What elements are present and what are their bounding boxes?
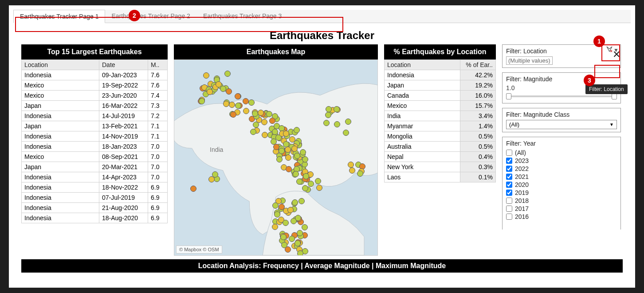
table-row[interactable]: Myanmar1.4% bbox=[385, 121, 496, 131]
quake-dot[interactable] bbox=[223, 101, 229, 107]
year-checkbox[interactable] bbox=[506, 198, 512, 204]
pct-header-value[interactable]: % of Ear.. bbox=[460, 60, 496, 70]
table-row[interactable]: Indonesia18-Aug-20206.9 bbox=[22, 213, 168, 223]
clear-filter-icon[interactable] bbox=[606, 46, 613, 54]
quake-dot[interactable] bbox=[323, 120, 330, 126]
table-row[interactable]: New York0.3% bbox=[385, 162, 496, 172]
year-option[interactable]: 2023 bbox=[506, 157, 617, 165]
year-option[interactable]: 2018 bbox=[506, 197, 617, 205]
quake-dot[interactable] bbox=[298, 198, 305, 204]
filter-dropdown-icon[interactable]: ▼ bbox=[613, 47, 619, 53]
table-row[interactable]: Indonesia42.2% bbox=[385, 70, 496, 80]
quake-dot[interactable] bbox=[345, 119, 351, 125]
quake-dot[interactable] bbox=[285, 246, 291, 253]
year-option[interactable]: 2022 bbox=[506, 165, 617, 173]
quake-dot[interactable] bbox=[252, 111, 258, 117]
quake-dot[interactable] bbox=[258, 110, 264, 116]
table-row[interactable]: Japan16-Mar-20227.3 bbox=[22, 101, 168, 111]
quake-dot[interactable] bbox=[272, 224, 278, 230]
earthquakes-map[interactable]: India © Mapbox © OSM bbox=[174, 59, 378, 256]
quake-dot[interactable] bbox=[295, 240, 301, 246]
quake-dot[interactable] bbox=[326, 106, 332, 112]
table-row[interactable]: Japan20-Mar-20217.0 bbox=[22, 162, 168, 172]
table-row[interactable]: Mongolia0.5% bbox=[385, 131, 496, 142]
quake-dot[interactable] bbox=[190, 186, 196, 192]
table-row[interactable]: Japan13-Feb-20217.1 bbox=[22, 121, 168, 131]
quake-dot[interactable] bbox=[334, 121, 340, 127]
table-row[interactable]: Japan19.2% bbox=[385, 80, 496, 91]
slider-thumb-min[interactable] bbox=[506, 93, 511, 99]
quake-dot[interactable] bbox=[291, 146, 298, 152]
quake-dot[interactable] bbox=[300, 149, 306, 155]
quake-dot[interactable] bbox=[334, 106, 340, 112]
quake-dot[interactable] bbox=[250, 129, 256, 135]
quake-dot[interactable] bbox=[297, 230, 303, 236]
year-checkbox[interactable] bbox=[506, 166, 512, 172]
quake-dot[interactable] bbox=[280, 234, 287, 240]
table-row[interactable]: Mexico15.7% bbox=[385, 101, 496, 111]
quake-dot[interactable] bbox=[315, 178, 321, 184]
quake-dot[interactable] bbox=[253, 122, 259, 128]
table-row[interactable]: Indonesia21-Aug-20206.9 bbox=[22, 203, 168, 213]
quake-dot[interactable] bbox=[207, 89, 213, 95]
quake-dot[interactable] bbox=[199, 98, 205, 104]
tab-page-3[interactable]: Earthquakes Tracker Page 3 bbox=[197, 10, 288, 23]
quake-dot[interactable] bbox=[297, 250, 303, 256]
table-row[interactable]: Indonesia09-Jan-20237.6 bbox=[22, 70, 168, 80]
table-row[interactable]: Nepal0.4% bbox=[385, 152, 496, 162]
year-option[interactable]: 2019 bbox=[506, 189, 617, 197]
quake-dot[interactable] bbox=[303, 173, 309, 179]
table-row[interactable]: Indonesia07-Jul-20196.9 bbox=[22, 193, 168, 203]
filter-location-value[interactable]: (Multiple values) bbox=[506, 56, 553, 65]
table-row[interactable]: Canada16.0% bbox=[385, 91, 496, 101]
quake-dot[interactable] bbox=[261, 119, 267, 125]
slider-thumb-max[interactable] bbox=[612, 93, 617, 99]
quake-dot[interactable] bbox=[272, 202, 279, 209]
year-option[interactable]: 2020 bbox=[506, 181, 617, 189]
table-row[interactable]: Indonesia18-Jan-20237.0 bbox=[22, 142, 168, 152]
top15-header-date[interactable]: Date bbox=[99, 60, 148, 70]
quake-dot[interactable] bbox=[285, 146, 291, 153]
table-row[interactable]: Mexico08-Sep-20217.0 bbox=[22, 152, 168, 162]
quake-dot[interactable] bbox=[212, 171, 218, 178]
tab-page-1[interactable]: Earthquakes Tracker Page 1 bbox=[13, 10, 105, 23]
year-option[interactable]: 2017 bbox=[506, 205, 617, 213]
quake-dot[interactable] bbox=[302, 224, 308, 230]
year-option[interactable]: 2021 bbox=[506, 173, 617, 181]
table-row[interactable]: Indonesia14-Nov-20197.1 bbox=[22, 131, 168, 142]
table-row[interactable]: Mexico19-Sep-20227.6 bbox=[22, 80, 168, 91]
table-row[interactable]: Indonesia14-Apr-20237.0 bbox=[22, 172, 168, 182]
table-row[interactable]: India3.4% bbox=[385, 111, 496, 121]
quake-dot[interactable] bbox=[302, 185, 308, 191]
year-checkbox[interactable] bbox=[506, 150, 512, 156]
year-checkbox[interactable] bbox=[506, 206, 512, 212]
filter-magclass-title: Filter: Magnitude Class bbox=[506, 111, 617, 118]
table-row[interactable]: Australia0.5% bbox=[385, 142, 496, 152]
year-checkbox[interactable] bbox=[506, 190, 512, 196]
year-checkbox[interactable] bbox=[506, 174, 512, 180]
year-checkbox[interactable] bbox=[506, 158, 512, 164]
year-checkbox[interactable] bbox=[506, 182, 512, 188]
top15-header-location[interactable]: Location bbox=[22, 60, 99, 70]
quake-dot[interactable] bbox=[283, 131, 289, 137]
chevron-down-icon: ▼ bbox=[609, 122, 614, 127]
tab-page-2[interactable]: Earthquakes Tracker Page 2 bbox=[105, 10, 196, 23]
quake-dot[interactable] bbox=[272, 129, 278, 135]
quake-dot[interactable] bbox=[316, 185, 322, 191]
quake-dot[interactable] bbox=[224, 71, 231, 77]
filter-magclass-select[interactable]: (All) ▼ bbox=[506, 120, 617, 129]
page-title: Earthquakes Tracker bbox=[9, 23, 635, 44]
table-row[interactable]: Laos0.1% bbox=[385, 172, 496, 182]
year-option[interactable]: (All) bbox=[506, 149, 617, 157]
quake-dot[interactable] bbox=[229, 102, 235, 108]
top15-header-mag[interactable]: M.. bbox=[148, 60, 168, 70]
year-checkbox[interactable] bbox=[506, 214, 512, 220]
table-row[interactable]: Indonesia18-Nov-20226.9 bbox=[22, 182, 168, 193]
table-row[interactable]: Indonesia14-Jul-20197.2 bbox=[22, 111, 168, 121]
quake-dot[interactable] bbox=[357, 170, 363, 177]
pct-header-location[interactable]: Location bbox=[385, 60, 460, 70]
year-option[interactable]: 2016 bbox=[506, 213, 617, 221]
table-row[interactable]: Mexico23-Jun-20207.4 bbox=[22, 91, 168, 101]
quake-dot[interactable] bbox=[271, 139, 277, 145]
quake-dot[interactable] bbox=[293, 171, 299, 177]
